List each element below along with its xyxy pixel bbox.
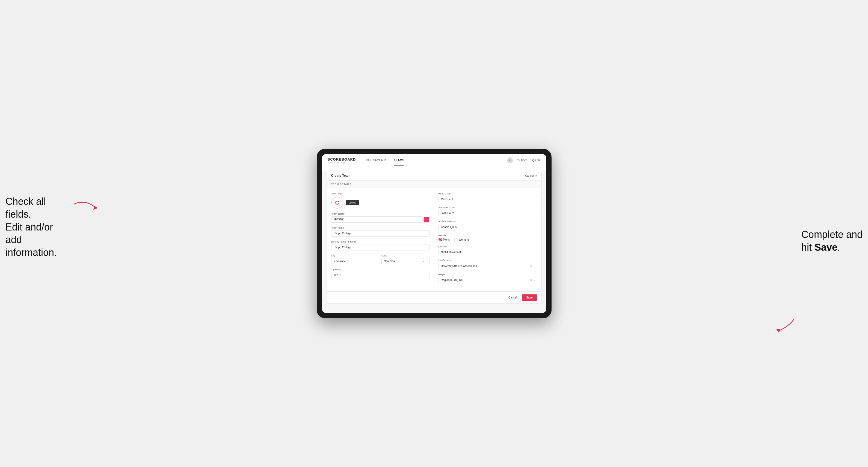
section-header: TEAM DETAILS — [327, 181, 541, 188]
form-header: Create Team Cancel ✕ — [327, 171, 541, 181]
tablet-screen: SCOREBOARD Powered by clippd TOURNAMENTS… — [322, 154, 546, 313]
division-label: Division — [438, 245, 537, 248]
region-select[interactable]: Region II - (M) DIII — [438, 277, 537, 283]
city-input[interactable] — [331, 258, 379, 264]
head-coach-group: Head Coach — [438, 192, 537, 203]
navbar: SCOREBOARD Powered by clippd TOURNAMENTS… — [322, 154, 546, 166]
user-avatar: U — [507, 157, 513, 163]
assistant-coach-label: Assistant Coach — [438, 206, 537, 209]
division-select-icons: ⌄ — [533, 251, 535, 254]
assistant-coach-input[interactable] — [438, 210, 537, 216]
page-wrapper: Check all fields. Edit and/or add inform… — [0, 0, 868, 467]
form-right: Head Coach Assistant Coach Athletic Dire… — [434, 188, 541, 291]
chevron-down-icon: ⌄ — [533, 279, 535, 282]
team-name-input[interactable] — [331, 230, 430, 237]
zip-group: Zip code — [331, 268, 430, 278]
state-select-icons: ✕ ⌄ — [423, 260, 428, 263]
team-colour-group: Team colour — [331, 213, 430, 223]
display-name-label: Display name (unique) — [331, 240, 430, 243]
gender-group: Gender Mens Womens — [438, 234, 537, 242]
gender-options: Mens Womens — [438, 238, 537, 242]
logo-upload-area: C Upload — [331, 197, 430, 209]
nav-user: U Test User | Sign out — [507, 157, 540, 163]
annotation-right: Complete and hit Save. — [801, 228, 863, 254]
nav-links: TOURNAMENTS TEAMS — [364, 155, 507, 165]
conference-group: Conference University Athletic Associati… — [438, 259, 537, 269]
logo-sub: Powered by clippd — [328, 161, 356, 163]
chevron-down-icon: ⌄ — [533, 251, 535, 254]
user-text: Test User | — [515, 159, 528, 162]
gender-womens-label: Womens — [459, 238, 469, 241]
city-state-group: City State New York — [331, 254, 430, 264]
display-name-input[interactable] — [331, 244, 430, 250]
division-select-wrapper: NCAA Division III ⌄ — [438, 249, 537, 255]
division-select[interactable]: NCAA Division III — [438, 249, 537, 255]
gender-mens-radio[interactable] — [438, 238, 442, 242]
nav-teams[interactable]: TEAMS — [394, 155, 404, 165]
close-icon: ✕ — [535, 174, 537, 177]
gender-label: Gender — [438, 234, 537, 237]
form-left: Team logo C Upload Team colo — [327, 188, 434, 291]
conference-select[interactable]: University Athletic Association — [438, 263, 537, 269]
team-colour-label: Team colour — [331, 213, 430, 215]
team-colour-input[interactable] — [331, 216, 422, 223]
logo-text: SCOREBOARD — [328, 157, 356, 161]
team-logo-label: Team logo — [331, 192, 430, 195]
region-clear-icon[interactable]: ✕ — [530, 279, 532, 282]
zip-input[interactable] — [331, 272, 430, 278]
region-select-wrapper: Region II - (M) DIII ✕ ⌄ — [438, 277, 537, 283]
region-group: Region Region II - (M) DIII ✕ ⌄ — [438, 273, 537, 283]
form-footer: Cancel Save — [327, 291, 541, 303]
form-container: Create Team Cancel ✕ TEAM DETAILS — [327, 171, 542, 304]
gender-womens-option[interactable]: Womens — [454, 238, 469, 242]
main-content: Create Team Cancel ✕ TEAM DETAILS — [322, 171, 546, 313]
annotation-left: Check all fields. Edit and/or add inform… — [5, 195, 71, 259]
gender-mens-label: Mens — [443, 238, 450, 241]
division-group: Division NCAA Division III ⌄ — [438, 245, 537, 255]
team-name-label: Team name — [331, 226, 430, 229]
conference-select-wrapper: University Athletic Association ✕ ⌄ — [438, 263, 537, 269]
sign-out-link[interactable]: Sign out — [530, 159, 540, 162]
chevron-down-icon: ⌄ — [533, 265, 535, 268]
color-swatch[interactable] — [424, 217, 430, 223]
header-cancel-button[interactable]: Cancel ✕ — [525, 174, 537, 177]
athletic-director-label: Athletic Director — [438, 220, 537, 223]
city-state-row: City State New York — [331, 254, 430, 264]
team-logo-group: Team logo C Upload — [331, 192, 430, 209]
region-select-icons: ✕ ⌄ — [530, 279, 535, 282]
city-label: City — [331, 254, 379, 257]
team-name-group: Team name — [331, 226, 430, 237]
logo-letter: C — [335, 199, 339, 206]
svg-marker-1 — [776, 329, 780, 333]
head-coach-label: Head Coach — [438, 192, 537, 195]
state-label: State — [381, 254, 430, 257]
head-coach-input[interactable] — [438, 196, 537, 203]
form-body: Team logo C Upload Team colo — [327, 188, 541, 291]
region-label: Region — [438, 273, 537, 276]
chevron-down-icon: ⌄ — [426, 260, 428, 263]
zip-label: Zip code — [331, 268, 430, 271]
assistant-coach-group: Assistant Coach — [438, 206, 537, 216]
footer-cancel-button[interactable]: Cancel — [506, 295, 520, 301]
nav-tournaments[interactable]: TOURNAMENTS — [364, 155, 387, 165]
state-select-wrapper: New York ✕ ⌄ — [381, 258, 430, 264]
gender-mens-option[interactable]: Mens — [438, 238, 450, 242]
athletic-director-input[interactable] — [438, 224, 537, 230]
color-input-wrapper — [331, 216, 430, 223]
state-clear-icon[interactable]: ✕ — [423, 260, 425, 263]
arrow-right — [772, 316, 797, 336]
gender-womens-radio[interactable] — [454, 238, 458, 242]
state-group: State New York ✕ ⌄ — [381, 254, 430, 264]
conference-clear-icon[interactable]: ✕ — [530, 265, 532, 268]
upload-button[interactable]: Upload — [346, 200, 359, 206]
arrow-left — [71, 196, 98, 214]
conference-select-icons: ✕ ⌄ — [530, 265, 535, 268]
city-group: City — [331, 254, 379, 264]
athletic-director-group: Athletic Director — [438, 220, 537, 230]
display-name-group: Display name (unique) — [331, 240, 430, 250]
logo-area: SCOREBOARD Powered by clippd — [328, 157, 356, 163]
form-title: Create Team — [331, 174, 350, 178]
tablet-frame: SCOREBOARD Powered by clippd TOURNAMENTS… — [317, 149, 552, 318]
footer-save-button[interactable]: Save — [522, 294, 537, 301]
conference-label: Conference — [438, 259, 537, 262]
